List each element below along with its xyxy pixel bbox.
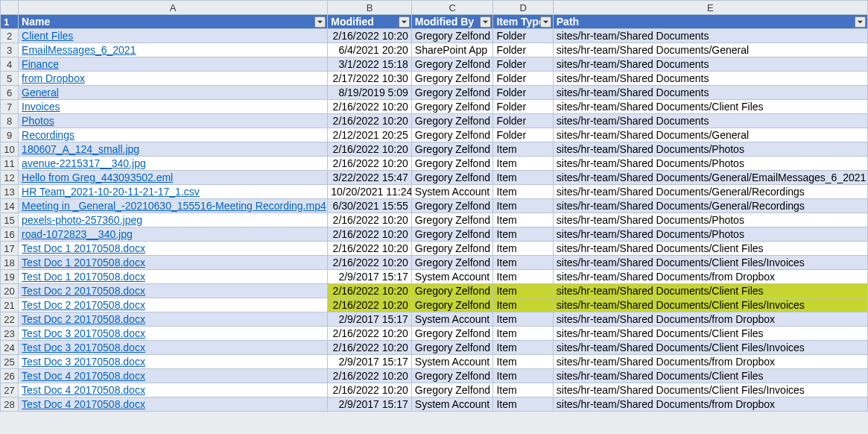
row-number[interactable]: 16 [1, 227, 19, 242]
cell-modified[interactable]: 6/4/2021 20:20 [328, 43, 412, 57]
cell-modified-by[interactable]: Gregory Zelfond [411, 327, 493, 341]
cell-name[interactable]: HR Team_2021-10-20-11-21-17_1.csv [19, 185, 328, 199]
cell-path[interactable]: sites/hr-team/Shared Documents/Client Fi… [553, 284, 867, 298]
cell-path[interactable]: sites/hr-team/Shared Documents/Client Fi… [553, 327, 867, 341]
file-link[interactable]: Hello from Greg_443093502.eml [22, 172, 173, 183]
cell-item-type[interactable]: Item [493, 213, 553, 227]
cell-item-type[interactable]: Item [493, 157, 553, 171]
cell-name[interactable]: Test Doc 3 20170508.docx [19, 341, 328, 355]
cell-modified-by[interactable]: System Account [411, 355, 493, 369]
cell-path[interactable]: sites/hr-team/Shared Documents/Photos [553, 157, 867, 171]
cell-item-type[interactable]: Item [493, 270, 553, 284]
col-letter-C[interactable]: C [411, 1, 493, 15]
row-number[interactable]: 28 [1, 397, 19, 412]
row-number[interactable]: 18 [1, 256, 19, 270]
file-link[interactable]: Meeting in _General_-20210630_155516-Mee… [22, 200, 326, 212]
cell-path[interactable]: sites/hr-team/Shared Documents [553, 29, 867, 43]
cell-modified[interactable]: 2/16/2022 10:20 [328, 383, 412, 397]
cell-item-type[interactable]: Item [493, 199, 553, 213]
row-number[interactable]: 6 [1, 86, 19, 100]
cell-modified-by[interactable]: Gregory Zelfond [411, 341, 493, 355]
file-link[interactable]: Test Doc 4 20170508.docx [22, 398, 145, 410]
row-number[interactable]: 11 [1, 157, 19, 171]
cell-path[interactable]: sites/hr-team/Shared Documents [553, 57, 867, 72]
cell-path[interactable]: sites/hr-team/Shared Documents/from Drop… [553, 312, 867, 327]
cell-name[interactable]: Invoices [19, 100, 328, 114]
cell-name[interactable]: road-1072823__340.jpg [19, 227, 328, 242]
cell-path[interactable]: sites/hr-team/Shared Documents/Client Fi… [553, 383, 867, 397]
cell-path[interactable]: sites/hr-team/Shared Documents/Photos [553, 227, 867, 242]
cell-name[interactable]: Test Doc 1 20170508.docx [19, 270, 328, 284]
cell-modified[interactable]: 2/16/2022 10:20 [328, 256, 412, 270]
header-modified[interactable]: Modified [328, 15, 412, 29]
cell-name[interactable]: pexels-photo-257360.jpeg [19, 213, 328, 227]
header-name[interactable]: Name [19, 15, 328, 29]
header-modified-by[interactable]: Modified By [411, 15, 493, 29]
row-number[interactable]: 22 [1, 312, 19, 327]
cell-item-type[interactable]: Folder [493, 43, 553, 57]
cell-item-type[interactable]: Folder [493, 128, 553, 142]
cell-modified-by[interactable]: Gregory Zelfond [411, 72, 493, 86]
row-number[interactable]: 3 [1, 43, 19, 57]
cell-path[interactable]: sites/hr-team/Shared Documents/Client Fi… [553, 369, 867, 383]
cell-modified-by[interactable]: Gregory Zelfond [411, 242, 493, 256]
cell-item-type[interactable]: Folder [493, 72, 553, 86]
cell-modified-by[interactable]: Gregory Zelfond [411, 57, 493, 72]
cell-name[interactable]: EmailMessages_6_2021 [19, 43, 328, 57]
cell-modified-by[interactable]: Gregory Zelfond [411, 256, 493, 270]
row-number[interactable]: 12 [1, 171, 19, 185]
file-link[interactable]: pexels-photo-257360.jpeg [22, 214, 142, 226]
file-link[interactable]: General [22, 87, 59, 98]
cell-path[interactable]: sites/hr-team/Shared Documents/Photos [553, 142, 867, 157]
cell-path[interactable]: sites/hr-team/Shared Documents/from Drop… [553, 355, 867, 369]
file-link[interactable]: HR Team_2021-10-20-11-21-17_1.csv [22, 186, 200, 198]
cell-modified[interactable]: 2/16/2022 10:20 [328, 100, 412, 114]
cell-name[interactable]: Recordings [19, 128, 328, 142]
cell-modified[interactable]: 2/16/2022 10:20 [328, 284, 412, 298]
file-link[interactable]: Test Doc 1 20170508.docx [22, 271, 145, 283]
row-number[interactable]: 2 [1, 29, 19, 43]
filter-button-item-type[interactable] [540, 16, 551, 28]
cell-item-type[interactable]: Item [493, 397, 553, 412]
cell-name[interactable]: Test Doc 2 20170508.docx [19, 298, 328, 312]
cell-name[interactable]: Test Doc 4 20170508.docx [19, 369, 328, 383]
cell-modified-by[interactable]: Gregory Zelfond [411, 369, 493, 383]
cell-modified[interactable]: 2/16/2022 10:20 [328, 327, 412, 341]
cell-name[interactable]: Finance [19, 57, 328, 72]
row-number[interactable]: 8 [1, 114, 19, 128]
file-link[interactable]: Recordings [22, 129, 75, 141]
cell-item-type[interactable]: Item [493, 312, 553, 327]
cell-item-type[interactable]: Item [493, 327, 553, 341]
cell-name[interactable]: Test Doc 2 20170508.docx [19, 312, 328, 327]
cell-name[interactable]: Test Doc 1 20170508.docx [19, 242, 328, 256]
file-link[interactable]: from Dropbox [22, 72, 85, 84]
file-link[interactable]: Test Doc 2 20170508.docx [22, 313, 145, 325]
file-link[interactable]: Test Doc 4 20170508.docx [22, 370, 145, 382]
file-link[interactable]: Test Doc 1 20170508.docx [22, 242, 145, 254]
cell-item-type[interactable]: Folder [493, 86, 553, 100]
cell-modified[interactable]: 2/16/2022 10:20 [328, 341, 412, 355]
cell-path[interactable]: sites/hr-team/Shared Documents/General/R… [553, 185, 867, 199]
cell-path[interactable]: sites/hr-team/Shared Documents/from Drop… [553, 397, 867, 412]
row-number[interactable]: 4 [1, 57, 19, 72]
cell-modified-by[interactable]: Gregory Zelfond [411, 213, 493, 227]
cell-modified[interactable]: 2/9/2017 15:17 [328, 312, 412, 327]
cell-path[interactable]: sites/hr-team/Shared Documents [553, 72, 867, 86]
cell-modified-by[interactable]: Gregory Zelfond [411, 100, 493, 114]
file-link[interactable]: Test Doc 4 20170508.docx [22, 384, 145, 396]
cell-modified-by[interactable]: Gregory Zelfond [411, 29, 493, 43]
row-number[interactable]: 17 [1, 242, 19, 256]
cell-item-type[interactable]: Item [493, 142, 553, 157]
cell-modified[interactable]: 2/16/2022 10:20 [328, 298, 412, 312]
cell-modified[interactable]: 10/20/2021 11:24 [328, 185, 412, 199]
cell-modified-by[interactable]: Gregory Zelfond [411, 227, 493, 242]
row-number[interactable]: 27 [1, 383, 19, 397]
cell-item-type[interactable]: Item [493, 284, 553, 298]
cell-modified-by[interactable]: System Account [411, 270, 493, 284]
file-link[interactable]: Test Doc 3 20170508.docx [22, 356, 145, 368]
cell-modified-by[interactable]: System Account [411, 397, 493, 412]
file-link[interactable]: Photos [22, 115, 54, 127]
row-number[interactable]: 1 [1, 15, 19, 29]
file-link[interactable]: Test Doc 1 20170508.docx [22, 257, 145, 268]
cell-modified[interactable]: 2/17/2022 10:30 [328, 72, 412, 86]
